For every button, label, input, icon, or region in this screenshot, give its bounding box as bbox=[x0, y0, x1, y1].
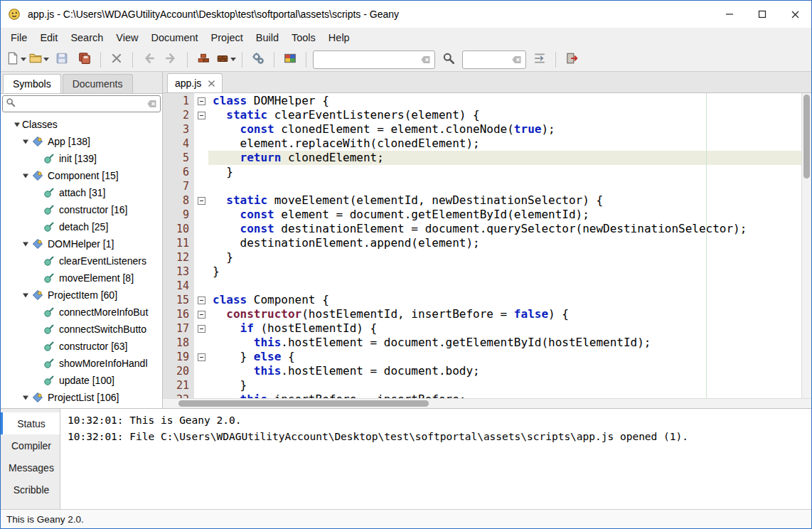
tree-item-attach[interactable]: attach [31] bbox=[1, 184, 162, 201]
code-line-8[interactable]: static moveElement(elementId, newDestina… bbox=[208, 193, 801, 208]
fold-cell[interactable] bbox=[194, 364, 208, 378]
minimize-button[interactable] bbox=[713, 1, 746, 28]
line-number[interactable]: 11 bbox=[163, 236, 194, 250]
code-line-17[interactable]: if (hostElementId) { bbox=[208, 321, 801, 336]
tree-item-projectitem[interactable]: ProjectItem [60] bbox=[1, 287, 162, 304]
fold-cell[interactable] bbox=[194, 236, 208, 250]
open-file-button[interactable] bbox=[28, 50, 50, 70]
menu-file[interactable]: File bbox=[4, 28, 33, 48]
horizontal-scrollbar-thumb[interactable] bbox=[178, 400, 429, 407]
line-number[interactable]: 14 bbox=[163, 279, 194, 293]
fold-cell[interactable] bbox=[194, 350, 208, 364]
fold-cell[interactable] bbox=[194, 208, 208, 222]
tree-item-connectswitchbutto[interactable]: connectSwitchButto bbox=[1, 321, 162, 338]
code-line-20[interactable]: this.hostElement = document.body; bbox=[208, 364, 801, 378]
fold-margin[interactable] bbox=[194, 93, 208, 398]
save-button[interactable] bbox=[51, 50, 73, 70]
fold-cell[interactable] bbox=[194, 193, 208, 208]
fold-cell[interactable] bbox=[194, 293, 208, 307]
code-line-5[interactable]: return clonedElement; bbox=[208, 151, 801, 165]
code-line-10[interactable]: const destinationElement = document.quer… bbox=[208, 222, 801, 236]
tree-item-domhelper[interactable]: DOMHelper [1] bbox=[1, 235, 162, 252]
tree-item-cleareventlisteners[interactable]: clearEventListeners bbox=[1, 252, 162, 269]
fold-toggle-icon[interactable] bbox=[198, 112, 205, 119]
chevron-down-icon[interactable] bbox=[230, 58, 236, 62]
fold-cell[interactable] bbox=[194, 94, 208, 108]
fold-cell[interactable] bbox=[194, 392, 208, 398]
fold-cell[interactable] bbox=[194, 122, 208, 137]
tree-item-component[interactable]: Component [15] bbox=[1, 167, 162, 184]
line-number[interactable]: 15 bbox=[163, 293, 194, 307]
menu-edit[interactable]: Edit bbox=[33, 28, 64, 48]
tree-item-detach[interactable]: detach [25] bbox=[1, 218, 162, 235]
code-line-3[interactable]: const clonedElement = element.cloneNode(… bbox=[208, 122, 801, 137]
goto-line-button[interactable] bbox=[529, 50, 550, 70]
fold-cell[interactable] bbox=[194, 179, 208, 193]
chevron-down-icon[interactable] bbox=[43, 58, 49, 62]
line-number[interactable]: 10 bbox=[163, 222, 194, 236]
quit-button[interactable] bbox=[561, 50, 582, 70]
code-line-13[interactable]: } bbox=[208, 264, 801, 279]
fold-cell[interactable] bbox=[194, 151, 208, 165]
menu-build[interactable]: Build bbox=[250, 28, 285, 48]
editor-horizontal-scrollbar[interactable] bbox=[163, 398, 811, 408]
find-button[interactable] bbox=[438, 50, 459, 70]
expander-icon[interactable] bbox=[21, 394, 31, 401]
fold-toggle-icon[interactable] bbox=[198, 311, 205, 319]
color-chooser-button[interactable] bbox=[279, 50, 301, 70]
code-line-1[interactable]: class DOMHelper { bbox=[208, 94, 801, 108]
tree-item-classes[interactable]: Classes bbox=[1, 116, 162, 133]
goto-line-input[interactable] bbox=[466, 54, 508, 65]
fold-cell[interactable] bbox=[194, 336, 208, 350]
symbol-search-input[interactable] bbox=[16, 99, 144, 109]
close-button[interactable] bbox=[779, 1, 811, 28]
tree-item-constructor[interactable]: constructor [16] bbox=[1, 201, 162, 218]
code-line-9[interactable]: const element = document.getElementById(… bbox=[208, 208, 801, 222]
line-numbers[interactable]: 12345678910111213141516171819202122 bbox=[163, 93, 194, 398]
clear-text-icon[interactable] bbox=[146, 100, 157, 108]
fold-cell[interactable] bbox=[194, 307, 208, 321]
line-number[interactable]: 9 bbox=[163, 208, 194, 222]
menu-view[interactable]: View bbox=[109, 28, 144, 48]
line-number[interactable]: 21 bbox=[163, 378, 194, 392]
new-file-button[interactable] bbox=[6, 50, 27, 70]
code-line-19[interactable]: } else { bbox=[208, 350, 801, 364]
code-line-21[interactable]: } bbox=[208, 378, 801, 392]
tree-item-init[interactable]: init [139] bbox=[1, 150, 162, 167]
expander-icon[interactable] bbox=[21, 292, 31, 299]
fold-cell[interactable] bbox=[194, 222, 208, 236]
line-number[interactable]: 5 bbox=[163, 151, 194, 165]
close-document-button[interactable] bbox=[106, 50, 127, 70]
menu-search[interactable]: Search bbox=[64, 28, 109, 48]
expander-icon[interactable] bbox=[21, 138, 31, 145]
line-number[interactable]: 20 bbox=[163, 364, 194, 378]
tab-close-icon[interactable] bbox=[208, 78, 215, 89]
fold-cell[interactable] bbox=[194, 279, 208, 293]
code-area[interactable]: class DOMHelper { static clearEventListe… bbox=[208, 93, 801, 398]
menu-project[interactable]: Project bbox=[205, 28, 250, 48]
line-number[interactable]: 12 bbox=[163, 250, 194, 264]
fold-cell[interactable] bbox=[194, 321, 208, 336]
code-line-4[interactable]: element.replaceWith(clonedElement); bbox=[208, 137, 801, 151]
fold-cell[interactable] bbox=[194, 250, 208, 264]
line-number[interactable]: 18 bbox=[163, 336, 194, 350]
line-number[interactable]: 1 bbox=[163, 94, 194, 108]
code-line-11[interactable]: destinationElement.append(element); bbox=[208, 236, 801, 250]
maximize-button[interactable] bbox=[746, 1, 779, 28]
line-number[interactable]: 2 bbox=[163, 108, 194, 122]
code-line-15[interactable]: class Component { bbox=[208, 293, 801, 307]
menu-help[interactable]: Help bbox=[322, 28, 356, 48]
fold-cell[interactable] bbox=[194, 264, 208, 279]
line-number[interactable]: 6 bbox=[163, 165, 194, 179]
compile-button[interactable] bbox=[193, 50, 214, 70]
tree-item-showmoreinfohandl[interactable]: showMoreInfoHandl bbox=[1, 355, 162, 372]
clear-text-icon[interactable] bbox=[420, 55, 431, 64]
navigate-forward-button[interactable] bbox=[161, 50, 182, 70]
code-line-12[interactable]: } bbox=[208, 250, 801, 264]
expander-icon[interactable] bbox=[12, 121, 22, 128]
navigate-back-button[interactable] bbox=[138, 50, 159, 70]
line-number[interactable]: 4 bbox=[163, 137, 194, 151]
vertical-scrollbar-thumb[interactable] bbox=[803, 95, 810, 178]
line-number[interactable]: 17 bbox=[163, 321, 194, 336]
tab-appjs[interactable]: app.js bbox=[167, 73, 223, 92]
